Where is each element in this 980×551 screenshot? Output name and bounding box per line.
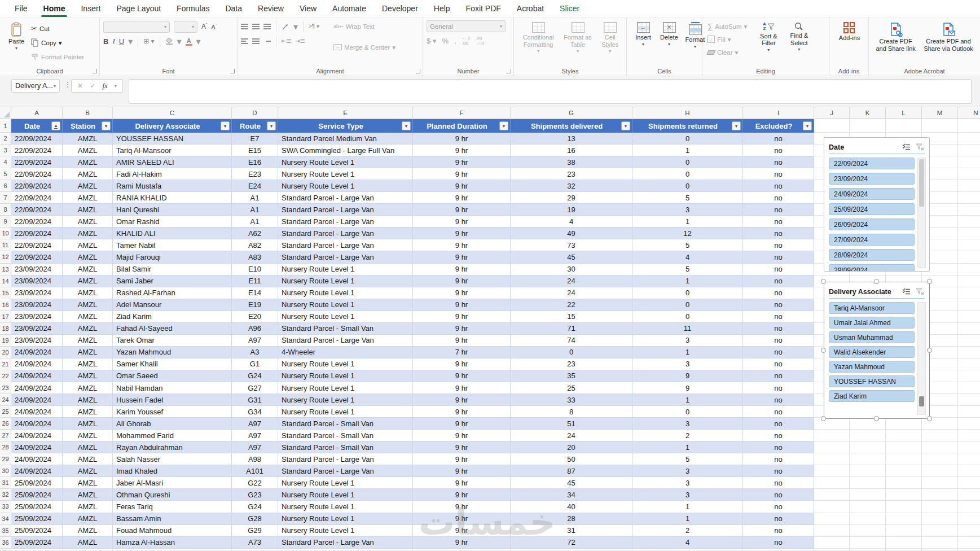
ribbon-tab-foxit-pdf[interactable]: Foxit PDF: [458, 0, 509, 17]
cell[interactable]: no: [743, 299, 814, 311]
ribbon-tab-slicer[interactable]: Slicer: [552, 0, 587, 17]
confirm-entry-button[interactable]: ✓: [90, 82, 95, 90]
column-header-cell[interactable]: Station▼: [63, 119, 113, 133]
selection-handle[interactable]: [874, 416, 879, 421]
cell[interactable]: no: [743, 430, 814, 441]
cell[interactable]: AMZL: [63, 382, 113, 394]
cell[interactable]: [886, 537, 922, 549]
cell[interactable]: [922, 525, 958, 537]
column-letter[interactable]: F: [413, 107, 511, 119]
cell[interactable]: Standard Parcel - Small Van: [278, 430, 413, 441]
cell[interactable]: 29: [511, 192, 632, 204]
slicer-item[interactable]: Walid Alsekender: [829, 346, 915, 358]
cell[interactable]: 9 hr: [413, 323, 511, 335]
row-number[interactable]: 21: [0, 358, 11, 370]
ribbon-tab-page-layout[interactable]: Page Layout: [108, 0, 169, 17]
cell[interactable]: A97: [232, 418, 278, 430]
cell[interactable]: 16: [511, 145, 632, 156]
row-number[interactable]: 5: [0, 168, 11, 180]
cell[interactable]: [958, 287, 980, 299]
cell[interactable]: Nursery Route Level 1: [278, 311, 413, 323]
decrease-indent-button[interactable]: ⇤☰: [282, 38, 291, 44]
slicer-item[interactable]: YOUSSEF HASSAN: [829, 375, 915, 387]
cell[interactable]: [850, 453, 886, 465]
slicer-item[interactable]: Yazan Mahmoud: [829, 361, 915, 373]
cell[interactable]: 3: [632, 204, 743, 216]
find-select-button[interactable]: Find & Select ▾: [784, 20, 814, 54]
slicer-item[interactable]: Tariq Al-Mansoor: [829, 302, 915, 314]
cell[interactable]: AMZL: [63, 192, 113, 204]
cell[interactable]: 9 hr: [413, 370, 511, 382]
sort-filter-header-button[interactable]: ▴: [51, 121, 60, 130]
slicer-date[interactable]: Date22/09/202423/09/202424/09/202425/09/…: [824, 137, 930, 272]
cell[interactable]: AMZL: [63, 525, 113, 537]
cell[interactable]: Sami Jaber: [113, 276, 232, 287]
slicer-item[interactable]: 22/09/2024: [829, 158, 915, 169]
name-box[interactable]: Delivery A... ▾: [11, 79, 60, 93]
cell[interactable]: AMZL: [63, 323, 113, 335]
cell[interactable]: 24/09/2024: [11, 382, 63, 394]
cell[interactable]: [850, 525, 886, 537]
column-letter[interactable]: G: [511, 107, 632, 119]
column-header-cell[interactable]: Shipments delivered▼: [511, 119, 632, 133]
row-number[interactable]: 20: [0, 347, 11, 358]
cell[interactable]: A98: [232, 453, 278, 465]
cell[interactable]: [958, 311, 980, 323]
cell[interactable]: AMZL: [63, 501, 113, 513]
cell[interactable]: Standard Parcel - Large Van: [278, 239, 413, 251]
cell[interactable]: 5: [632, 264, 743, 276]
cell[interactable]: [922, 430, 958, 441]
slicer-item[interactable]: 23/09/2024: [829, 173, 915, 185]
slicer-item[interactable]: 28/09/2024: [829, 249, 915, 261]
cell[interactable]: Hamza Al-Hassan: [113, 537, 232, 549]
cell[interactable]: Ali Ghorab: [113, 418, 232, 430]
cell[interactable]: Nursery Route Level 1: [278, 382, 413, 394]
cell[interactable]: [886, 477, 922, 489]
cell[interactable]: 22/09/2024: [11, 192, 63, 204]
cell[interactable]: 4: [632, 537, 743, 549]
cell[interactable]: 0: [632, 287, 743, 299]
slicer-item[interactable]: 24/09/2024: [829, 188, 915, 200]
row-number[interactable]: 28: [0, 441, 11, 453]
row-number[interactable]: 10: [0, 228, 11, 239]
column-header-cell[interactable]: Excluded?▼: [743, 119, 814, 133]
cell[interactable]: A96: [232, 323, 278, 335]
cell[interactable]: [958, 204, 980, 216]
cell[interactable]: A1: [232, 216, 278, 228]
cell[interactable]: no: [743, 204, 814, 216]
cell[interactable]: AMZL: [63, 251, 113, 263]
cell[interactable]: AMZL: [63, 347, 113, 358]
row-number[interactable]: 31: [0, 477, 11, 489]
cell[interactable]: 3: [632, 335, 743, 347]
cell[interactable]: A3: [232, 347, 278, 358]
row-number[interactable]: 29: [0, 453, 11, 465]
sort-filter-button[interactable]: AZ Sort & Filter ▾: [753, 20, 784, 54]
cell[interactable]: Nursery Route Level 1: [278, 406, 413, 418]
cell[interactable]: 23: [511, 358, 632, 370]
slicer-item[interactable]: 26/09/2024: [829, 218, 915, 230]
cell[interactable]: Karim Youssef: [113, 406, 232, 418]
cell[interactable]: 9 hr: [413, 489, 511, 501]
cell[interactable]: Jaber Al-Masri: [113, 477, 232, 489]
cell[interactable]: [886, 418, 922, 430]
cell[interactable]: 24/09/2024: [11, 430, 63, 441]
cell[interactable]: Standard Parcel - Large Van: [278, 453, 413, 465]
cell[interactable]: Nursery Route Level 1: [278, 287, 413, 299]
cell[interactable]: 9 hr: [413, 525, 511, 537]
align-left-button[interactable]: [241, 38, 248, 44]
cell[interactable]: Nabil Hamdan: [113, 382, 232, 394]
cell[interactable]: 23/09/2024: [11, 299, 63, 311]
cell[interactable]: 32: [511, 180, 632, 192]
cell[interactable]: AMZL: [63, 394, 113, 406]
cell[interactable]: E11: [232, 276, 278, 287]
column-letter[interactable]: N: [958, 107, 980, 119]
cell[interactable]: [886, 501, 922, 513]
cell[interactable]: 1: [632, 501, 743, 513]
cell[interactable]: E23: [232, 168, 278, 180]
cell[interactable]: A1: [232, 204, 278, 216]
cell[interactable]: Bilal Samir: [113, 264, 232, 276]
cell[interactable]: 9 hr: [413, 133, 511, 145]
cell[interactable]: 12: [632, 228, 743, 239]
cell[interactable]: 9 hr: [413, 228, 511, 239]
cell[interactable]: 31: [511, 525, 632, 537]
